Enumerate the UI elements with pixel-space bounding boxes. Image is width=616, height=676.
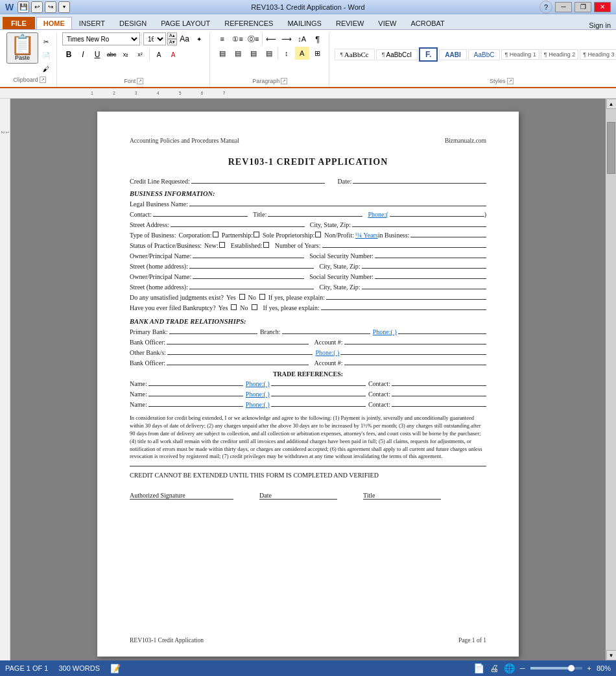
tr-phone1-link[interactable]: Phone:( ) — [246, 380, 270, 387]
legal-business-name-field[interactable] — [189, 206, 486, 206]
scroll-thumb[interactable] — [607, 122, 615, 174]
street-address-field[interactable] — [171, 226, 305, 227]
view-web-btn[interactable]: 🌐 — [504, 663, 515, 673]
bold-btn[interactable]: B — [62, 48, 75, 61]
font-expand[interactable]: ↗ — [137, 78, 143, 84]
tab-references[interactable]: REFERENCES — [217, 17, 280, 29]
no2-checkbox[interactable] — [252, 304, 257, 310]
paste-btn[interactable]: 📋 Paste — [6, 32, 38, 64]
help-btn[interactable]: ? — [539, 1, 552, 14]
credit-line-field[interactable] — [191, 183, 325, 184]
title-sig-field[interactable] — [363, 499, 441, 500]
city-state-zip2-field[interactable] — [362, 268, 486, 269]
zoom-slider[interactable] — [530, 667, 582, 670]
scroll-down-btn[interactable]: ▼ — [606, 650, 617, 660]
date-sig-field[interactable] — [259, 499, 337, 500]
font-color-btn[interactable]: A — [167, 48, 180, 61]
restore-btn[interactable]: ❐ — [575, 2, 591, 12]
phone-bank-link[interactable]: Phone:( ) — [373, 328, 397, 335]
italic-btn[interactable]: I — [77, 48, 89, 61]
subscript-btn[interactable]: x₂ — [119, 48, 132, 61]
owner2-field[interactable] — [193, 278, 304, 279]
tr-name3-field[interactable] — [148, 406, 243, 407]
sole-prop-checkbox[interactable] — [315, 232, 321, 237]
increase-indent-btn[interactable]: ⟶ — [279, 32, 294, 45]
new-checkbox[interactable] — [219, 242, 225, 248]
text-highlight-btn[interactable]: A — [152, 48, 165, 61]
tab-insert[interactable]: INSERT — [72, 17, 112, 29]
corp-checkbox[interactable] — [213, 232, 219, 237]
bank-officer2-field[interactable] — [167, 365, 309, 365]
tr-contact2-field[interactable] — [392, 396, 486, 396]
style-no-spacing[interactable]: ¶ AaBbCcI — [376, 49, 418, 60]
account1-field[interactable] — [344, 344, 486, 344]
superscript-btn[interactable]: x² — [134, 48, 147, 61]
date-field[interactable] — [353, 183, 486, 184]
styles-expand[interactable]: ↗ — [507, 78, 514, 84]
numbering-btn[interactable]: ①≡ — [231, 32, 245, 45]
style-heading3[interactable]: AaBbC — [468, 49, 501, 60]
font-name-select[interactable]: Times New Ro — [62, 32, 140, 45]
phone-other-field[interactable] — [340, 354, 486, 355]
partnership-checkbox[interactable] — [254, 232, 259, 237]
city-state-zip3-field[interactable] — [362, 289, 486, 289]
shading-btn[interactable]: A — [295, 47, 309, 60]
line-spacing-btn[interactable]: ↕ — [279, 47, 294, 60]
bankruptcy-explain-field[interactable] — [321, 309, 486, 310]
minimize-btn[interactable]: ─ — [555, 2, 572, 12]
primary-bank-field[interactable] — [169, 333, 257, 334]
yes2-checkbox[interactable] — [231, 304, 237, 310]
tab-design[interactable]: DESIGN — [112, 17, 154, 29]
other-bank-field[interactable] — [167, 354, 313, 355]
zoom-plus-btn[interactable]: + — [587, 664, 591, 672]
style-normal[interactable]: ¶ AaBbCc — [335, 49, 375, 60]
years-business-field[interactable] — [410, 237, 486, 237]
strikethrough-btn[interactable]: abc — [105, 48, 118, 61]
style-heading2[interactable]: AABI — [439, 49, 466, 60]
undo-quick-btn[interactable]: ↩ — [31, 1, 43, 13]
view-read-btn[interactable]: 📄 — [473, 663, 484, 673]
bullets-btn[interactable]: ≡ — [215, 32, 230, 45]
paragraph-expand[interactable]: ↗ — [281, 78, 287, 84]
justify-btn[interactable]: ▤ — [262, 47, 276, 60]
tr-phone3-field[interactable] — [271, 406, 366, 407]
tr-name2-field[interactable] — [148, 396, 243, 396]
customize-quick-btn[interactable]: ▾ — [58, 1, 70, 13]
save-quick-btn[interactable]: 💾 — [18, 1, 29, 13]
phone-link[interactable]: Phone:( — [368, 211, 388, 218]
yes1-checkbox[interactable] — [239, 294, 245, 300]
scroll-up-btn[interactable]: ▲ — [606, 99, 617, 109]
tab-review[interactable]: REVIEW — [329, 17, 371, 29]
ssn1-field[interactable] — [375, 258, 486, 258]
title-field[interactable] — [268, 216, 362, 217]
tr-phone3-link[interactable]: Phone:( ) — [246, 401, 270, 408]
multilevel-btn[interactable]: ⓪≡ — [246, 32, 261, 45]
phone-bank-field[interactable] — [398, 333, 486, 334]
branch-field[interactable] — [282, 333, 370, 334]
city-state-zip-field[interactable] — [352, 226, 486, 227]
style-heading[interactable]: F. — [419, 47, 438, 62]
tab-acrobat[interactable]: ACROBAT — [403, 17, 451, 29]
cut-btn[interactable]: ✂ — [40, 35, 53, 48]
street-home1-field[interactable] — [189, 268, 314, 269]
tr-phone2-field[interactable] — [271, 396, 366, 396]
tab-home[interactable]: HOME — [36, 17, 72, 29]
show-marks-btn[interactable]: ¶ — [311, 32, 325, 45]
num-years-field[interactable] — [322, 247, 487, 248]
phone-field[interactable] — [390, 216, 484, 217]
phone-other-link[interactable]: Phone:( ) — [315, 349, 339, 356]
ssn2-field[interactable] — [375, 278, 486, 279]
established-checkbox[interactable] — [263, 242, 269, 248]
underline-btn[interactable]: U — [91, 48, 104, 61]
owner1-field[interactable] — [193, 258, 304, 258]
align-right-btn[interactable]: ▤ — [246, 47, 261, 60]
authorized-sig-field[interactable] — [130, 499, 233, 500]
clear-formatting-btn[interactable]: ✦ — [193, 32, 206, 45]
font-size-select[interactable]: 16 — [143, 32, 166, 45]
align-center-btn[interactable]: ▤ — [231, 47, 245, 60]
change-case-btn[interactable]: Aa — [178, 32, 191, 45]
years-link[interactable]: ¹¼ Years — [355, 232, 378, 239]
clipboard-expand[interactable]: ↗ — [40, 77, 46, 83]
zoom-thumb[interactable] — [568, 665, 575, 671]
copy-btn[interactable]: 📄 — [40, 49, 53, 62]
